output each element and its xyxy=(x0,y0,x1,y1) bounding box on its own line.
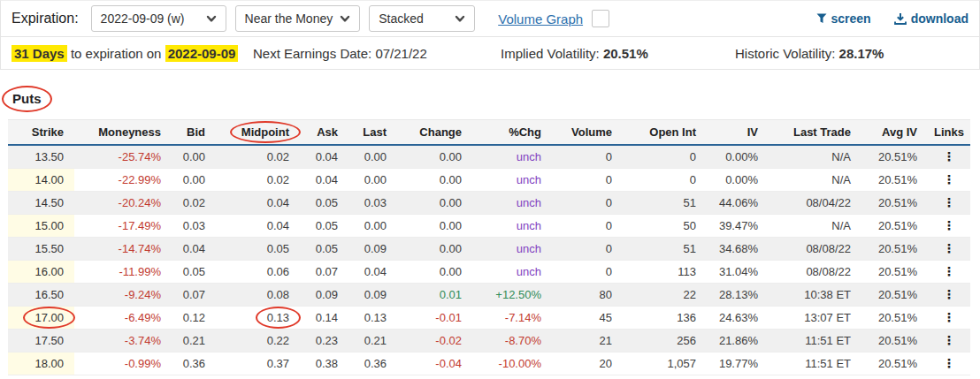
moneyness-select-value: Near the Money xyxy=(245,11,333,26)
moneyness-select[interactable]: Near the Money xyxy=(235,5,361,32)
cell-open-int: 256 xyxy=(623,329,707,352)
cell-ask: 0.23 xyxy=(300,329,348,352)
screen-button[interactable]: screen xyxy=(816,11,871,26)
cell-last-trade: N/A xyxy=(769,168,861,191)
expiration-select-value: 2022-09-09 (w) xyxy=(101,11,185,26)
column-header-bid[interactable]: Bid xyxy=(172,120,216,146)
column-header-volume[interactable]: Volume xyxy=(552,120,623,146)
cell-value: 0.00% xyxy=(725,173,758,186)
cell-value: 0.00 xyxy=(183,150,205,163)
cell-midpoint: 0.06 xyxy=(216,260,300,283)
expiration-select[interactable]: 2022-09-09 (w) xyxy=(91,5,226,32)
cell-strike: 16.50 xyxy=(8,283,74,306)
column-header--chg[interactable]: %Chg xyxy=(472,120,552,146)
cell-strike: 15.50 xyxy=(8,237,74,260)
volume-graph-link[interactable]: Volume Graph xyxy=(498,11,583,27)
view-mode-select[interactable]: Stacked xyxy=(369,5,475,32)
cell-value: 44.06% xyxy=(719,196,758,209)
cell-open-int: 0 xyxy=(623,168,707,191)
cell-value: 51 xyxy=(684,242,696,255)
cell-iv: 0.00% xyxy=(707,168,769,191)
cell-open-int: 113 xyxy=(623,260,707,283)
view-mode-select-value: Stacked xyxy=(379,11,424,26)
download-button[interactable]: download xyxy=(894,11,969,26)
cell-value: 50 xyxy=(684,219,696,232)
cell-last: 0.00 xyxy=(348,168,397,191)
kebab-menu-icon[interactable]: ⋮ xyxy=(943,287,955,301)
cell-links: ⋮ xyxy=(928,352,970,375)
kebab-menu-icon[interactable]: ⋮ xyxy=(943,195,955,209)
cell-value: 0.09 xyxy=(364,242,387,255)
cell-value: 136 xyxy=(677,311,696,324)
kebab-menu-icon[interactable]: ⋮ xyxy=(943,241,955,255)
cell-value: 0.05 xyxy=(316,242,338,255)
cell-value: unch xyxy=(517,196,541,209)
column-header-last[interactable]: Last xyxy=(348,120,397,146)
cell-ask: 0.09 xyxy=(300,283,348,306)
cell-pct-chg: +12.50% xyxy=(472,283,552,306)
cell-value: 0.38 xyxy=(316,357,338,370)
column-header-moneyness[interactable]: Moneyness xyxy=(74,120,172,146)
cell-bid: 0.04 xyxy=(172,237,216,260)
cell-value: 0.00 xyxy=(440,242,462,255)
cell-ask: 0.38 xyxy=(300,352,348,375)
cell-value: 0.00 xyxy=(183,173,205,186)
cell-value: 0 xyxy=(690,173,696,186)
column-header-links[interactable]: Links xyxy=(928,120,970,146)
cell-bid: 0.12 xyxy=(172,306,216,329)
cell-value: 0.00% xyxy=(725,150,758,163)
cell-pct-chg: -7.14% xyxy=(472,306,552,329)
column-header-ask[interactable]: Ask xyxy=(300,120,348,146)
cell-value: 0.23 xyxy=(316,334,338,347)
cell-value: -10.00% xyxy=(499,357,541,370)
kebab-menu-icon[interactable]: ⋮ xyxy=(943,149,955,163)
cell-change: 0.00 xyxy=(397,237,472,260)
kebab-menu-icon[interactable]: ⋮ xyxy=(943,356,955,370)
cell-value: 20 xyxy=(600,357,612,370)
kebab-menu-icon[interactable]: ⋮ xyxy=(943,172,955,186)
cell-value: 28.13% xyxy=(719,288,758,301)
cell-value: 15.00 xyxy=(34,219,64,232)
cell-value: 20.51% xyxy=(878,173,917,186)
cell-pct-chg: -10.00% xyxy=(472,352,552,375)
cell-last-trade: 13:07 ET xyxy=(769,306,861,329)
cell-change: -0.01 xyxy=(397,306,472,329)
cell-value: 20.51% xyxy=(878,219,917,232)
cell-iv: 0.00% xyxy=(707,145,769,168)
column-header-strike[interactable]: Strike xyxy=(8,120,74,146)
cell-value: -14.74% xyxy=(119,242,161,255)
options-toolbar: Expiration: 2022-09-09 (w) Near the Mone… xyxy=(1,1,979,37)
cell-value: 22 xyxy=(684,288,696,301)
cell-links: ⋮ xyxy=(928,168,970,191)
cell-links: ⋮ xyxy=(928,260,970,283)
cell-value: -25.74% xyxy=(119,150,161,163)
kebab-menu-icon[interactable]: ⋮ xyxy=(943,333,955,347)
column-header-change[interactable]: Change xyxy=(397,120,472,146)
cell-value: 16.00 xyxy=(34,265,64,278)
cell-value: 1,057 xyxy=(667,357,696,370)
kebab-menu-icon[interactable]: ⋮ xyxy=(943,264,955,278)
column-header-open-int[interactable]: Open Int xyxy=(623,120,707,146)
cell-value: 0.00 xyxy=(440,173,462,186)
cell-bid: 0.07 xyxy=(172,283,216,306)
column-header-iv[interactable]: IV xyxy=(707,120,769,146)
kebab-menu-icon[interactable]: ⋮ xyxy=(943,218,955,232)
column-header-avg-iv[interactable]: Avg IV xyxy=(861,120,928,146)
cell-value: 20.51% xyxy=(878,288,917,301)
puts-section: Puts xyxy=(12,91,980,109)
cell-midpoint: 0.04 xyxy=(216,191,300,214)
cell-value: 20.51% xyxy=(878,265,917,278)
expiration-info-bar: 31 Days to expiration on 2022-09-09 Next… xyxy=(1,37,979,69)
cell-value: -20.24% xyxy=(119,196,161,209)
cell-value: 0.05 xyxy=(316,196,338,209)
kebab-menu-icon[interactable]: ⋮ xyxy=(943,310,955,324)
volume-graph-checkbox[interactable] xyxy=(592,10,609,27)
cell-last: 0.09 xyxy=(348,237,397,260)
cell-value: 17.00 xyxy=(34,311,64,324)
puts-section-title: Puts xyxy=(12,91,42,106)
column-header-last-trade[interactable]: Last Trade xyxy=(769,120,861,146)
cell-pct-chg: unch xyxy=(472,260,552,283)
cell-value: 0 xyxy=(606,150,612,163)
cell-value: 16.50 xyxy=(34,288,64,301)
column-header-midpoint[interactable]: Midpoint xyxy=(216,120,300,146)
